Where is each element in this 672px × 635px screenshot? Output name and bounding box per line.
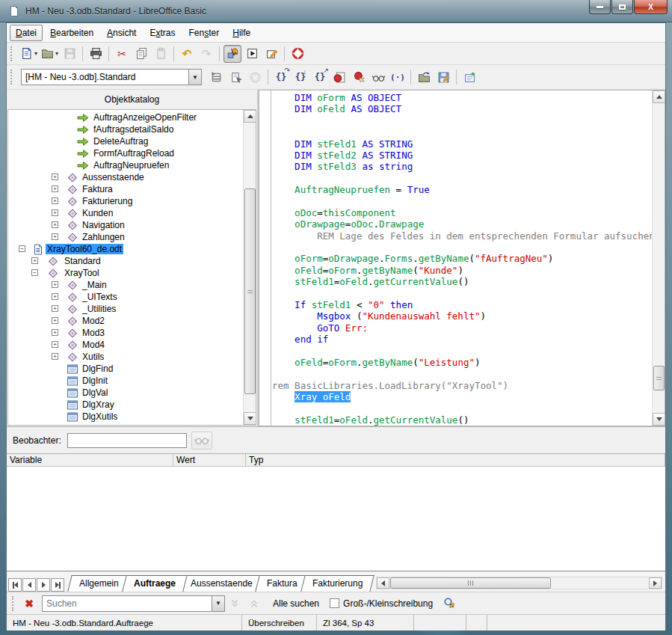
code-line[interactable]: end if: [272, 334, 652, 345]
menu-fenster[interactable]: Fenster: [183, 25, 226, 41]
watch-table-body[interactable]: [7, 467, 665, 571]
tree-item--uitexts[interactable]: +_UITexts: [8, 291, 243, 303]
manage-breakpoints-button[interactable]: [350, 68, 368, 86]
tab-auftraege[interactable]: Auftraege: [122, 575, 188, 592]
close-button[interactable]: X: [634, 0, 668, 14]
tree-item-xraytool60-de-odt[interactable]: −XrayTool60_de.odt: [8, 243, 243, 255]
new-document-button[interactable]: ▾: [19, 45, 38, 63]
tree-item-dlgfind[interactable]: DlgFind: [8, 363, 243, 375]
code-line[interactable]: [272, 288, 652, 299]
tree-item-dlgxutils[interactable]: DlgXutils: [8, 411, 243, 423]
procedure-step-button[interactable]: {}↷: [272, 68, 290, 86]
watch-input[interactable]: [67, 433, 187, 448]
code-line[interactable]: oFeld=oForm.getByName("Kunde"): [272, 265, 652, 276]
close-find-button[interactable]: ✖: [20, 595, 38, 613]
tree-toggle-expand[interactable]: +: [52, 329, 58, 336]
design-mode-button[interactable]: [224, 45, 241, 63]
toolbar-grip[interactable]: [12, 596, 17, 611]
tree-toggle-expand[interactable]: +: [52, 305, 58, 312]
scroll-right-button[interactable]: [649, 577, 662, 589]
tree-item-mod2[interactable]: +Mod2: [8, 315, 243, 327]
undo-button[interactable]: ↶: [178, 45, 196, 63]
tree-item-kunden[interactable]: +Kunden: [8, 207, 243, 219]
menu-hilfe[interactable]: Hilfe: [226, 25, 256, 41]
tree-item--main[interactable]: +_Main: [8, 279, 243, 291]
code-line[interactable]: DIM oForm AS OBJECT: [272, 92, 652, 103]
library-combobox-dropdown[interactable]: ▼: [188, 70, 201, 85]
last-tab-button[interactable]: [51, 578, 64, 592]
code-line[interactable]: oDoc=thisComponent: [272, 207, 652, 218]
find-parentheses-button[interactable]: (·): [389, 68, 407, 86]
tree-item-standard[interactable]: +Standard: [8, 255, 243, 267]
code-line[interactable]: [272, 368, 652, 379]
open-dropdown-arrow[interactable]: ▾: [55, 50, 58, 57]
edit-dialog-button[interactable]: [262, 45, 280, 63]
manage-modules-button[interactable]: [460, 68, 478, 86]
code-line[interactable]: DIM oFeld AS OBJECT: [272, 103, 652, 114]
code-line[interactable]: Xray oFeld: [272, 391, 652, 402]
help-button[interactable]: [289, 45, 306, 63]
find-and-replace-button[interactable]: [440, 595, 458, 613]
code-line[interactable]: [272, 242, 652, 253]
tree-toggle-expand[interactable]: +: [52, 293, 58, 300]
tree-toggle-expand[interactable]: +: [52, 197, 58, 204]
tree-item-dlgval[interactable]: DlgVal: [8, 387, 243, 399]
breakpoint-gutter[interactable]: [259, 91, 271, 426]
tree-item-faktura[interactable]: +Faktura: [8, 183, 243, 195]
tree-toggle-expand[interactable]: +: [31, 257, 38, 264]
next-tab-button[interactable]: [37, 578, 50, 592]
code-line[interactable]: oDrawpage=oDoc.Drawpage: [272, 218, 652, 230]
code-line[interactable]: DIM stFeld3 as string: [272, 161, 652, 172]
tree-toggle-expand[interactable]: +: [52, 174, 58, 180]
column-header-variable[interactable]: Variable: [7, 454, 173, 466]
tree-item-auftraganzeigeopenfilter[interactable]: AuftragAnzeigeOpenFilter: [8, 111, 243, 123]
scroll-left-button[interactable]: [377, 577, 389, 589]
toolbar-grip[interactable]: [10, 46, 16, 61]
copy-button[interactable]: [132, 45, 150, 63]
code-line[interactable]: GoTO Err:: [272, 322, 652, 334]
enable-watch-button[interactable]: [369, 68, 387, 86]
step-out-button[interactable]: {}↗: [311, 68, 329, 86]
column-header-typ[interactable]: Typ: [246, 454, 665, 466]
code-line[interactable]: stFeld1=oFeld.getCurrentValue(): [272, 276, 652, 287]
toolbar-grip[interactable]: [10, 70, 16, 85]
tree-item-fakturierung[interactable]: +Fakturierung: [8, 195, 243, 207]
tree-item-dlgxray[interactable]: DlgXray: [8, 399, 243, 411]
match-case-checkbox[interactable]: [330, 598, 339, 608]
scroll-up-button[interactable]: [653, 91, 665, 103]
menu-extras[interactable]: Extras: [144, 25, 181, 41]
tree-item-auftragneupruefen[interactable]: AuftragNeupruefen: [8, 159, 243, 171]
export-source-button[interactable]: [434, 68, 452, 86]
editor-scrollbar[interactable]: [652, 91, 665, 426]
code-line[interactable]: DIM stFeld2 AS STRING: [272, 150, 652, 161]
run-button[interactable]: [226, 68, 244, 86]
code-line[interactable]: AuftragNeupruefen = True: [272, 184, 652, 195]
tree-toggle-expand[interactable]: +: [52, 233, 58, 240]
column-header-wert[interactable]: Wert: [173, 454, 246, 466]
code-line[interactable]: [272, 126, 652, 138]
print-button[interactable]: [87, 45, 105, 63]
cut-button[interactable]: ✂: [113, 45, 131, 63]
menu-ansicht[interactable]: Ansicht: [101, 25, 142, 41]
tree-item-deleteauftrag[interactable]: DeleteAuftrag: [8, 135, 243, 147]
titlebar[interactable]: HM - Neu -3.odb.Standard - LibreOffice B…: [0, 0, 672, 22]
search-combobox-dropdown[interactable]: ▼: [212, 596, 224, 611]
code-line[interactable]: If stFeld1 < "0" then: [272, 299, 652, 310]
code-line[interactable]: [272, 346, 652, 357]
tab-fakturierung[interactable]: Fakturierung: [300, 575, 374, 592]
tree-toggle-collapse[interactable]: −: [19, 245, 25, 252]
tree-item-mod3[interactable]: +Mod3: [8, 327, 243, 339]
scroll-up-button[interactable]: [244, 110, 256, 123]
search-input[interactable]: [43, 598, 212, 609]
menu-datei[interactable]: Datei: [10, 25, 43, 41]
tree-item--utilities[interactable]: +_Utilities: [8, 303, 243, 315]
scroll-down-button[interactable]: [653, 413, 665, 426]
code-line[interactable]: [272, 403, 652, 414]
first-tab-button[interactable]: [8, 578, 22, 592]
import-source-button[interactable]: [415, 68, 433, 86]
tree-toggle-expand[interactable]: +: [52, 209, 58, 216]
minimize-button[interactable]: [589, 0, 611, 14]
code-line[interactable]: [272, 173, 652, 184]
tree-item-navigation[interactable]: +Navigation: [8, 219, 243, 231]
tab-aussenstaende[interactable]: Aussenstaende: [179, 575, 264, 592]
